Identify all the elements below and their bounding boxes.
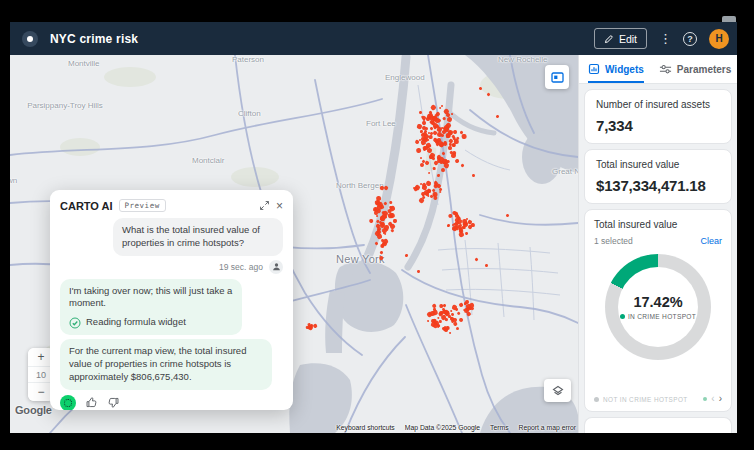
widget-value: 7,334 <box>596 117 720 134</box>
close-icon[interactable]: × <box>276 200 283 212</box>
hotspot-dot <box>453 137 456 140</box>
hotspot-dot <box>428 172 431 175</box>
donut-percent: 17.42% <box>633 294 682 310</box>
tab-parameters[interactable]: Parameters <box>659 55 731 83</box>
edit-button[interactable]: Edit <box>594 28 647 49</box>
map-frame-icon <box>550 71 565 84</box>
message-timestamp: 19 sec. ago <box>219 262 263 272</box>
widgets-icon <box>588 63 600 75</box>
thumbs-down-icon[interactable] <box>107 396 120 409</box>
preview-badge: Preview <box>119 199 166 212</box>
hotspot-dot <box>433 192 438 197</box>
hotspot-dot <box>390 229 394 233</box>
hotspot-dot <box>379 256 384 261</box>
layers-icon <box>551 384 565 398</box>
hotspot-dot <box>384 225 389 230</box>
hotspot-dot <box>415 147 421 153</box>
map-view-button[interactable] <box>545 65 569 89</box>
hotspot-dot <box>393 218 397 222</box>
hotspot-dot <box>384 201 388 205</box>
google-logo: Google <box>15 404 52 416</box>
hotspot-dot <box>375 223 380 228</box>
hotspot-dot <box>495 114 499 118</box>
widget-value: $137,334,471.18 <box>596 177 720 194</box>
ai-message-1: I'm taking over now; this will just take… <box>60 279 242 335</box>
gray-dot-icon <box>594 397 599 402</box>
hotspot-dot <box>436 173 440 177</box>
tab-parameters-label: Parameters <box>677 64 731 75</box>
hotspot-dot <box>419 156 422 159</box>
hotspot-dot <box>450 310 452 312</box>
hotspot-dot <box>433 167 436 170</box>
attribution-link[interactable]: Terms <box>490 424 509 431</box>
map[interactable]: MontvillePatersonEnglewoodNew RochellePa… <box>10 55 578 433</box>
hotspot-dot <box>436 138 440 142</box>
donut-widget: Total insured value 1 selected Clear 17.… <box>584 209 732 412</box>
green-dot-icon <box>620 314 625 319</box>
hotspot-dot <box>457 311 462 316</box>
widgets-sidebar: Widgets Parameters Number of insured ass… <box>578 55 737 433</box>
hotspot-dot <box>427 320 430 323</box>
formula-widget-assets: Number of insured assets 7,334 <box>584 89 732 144</box>
tab-widgets[interactable]: Widgets <box>588 55 644 83</box>
hotspot-dot <box>450 112 452 114</box>
widget-title: Number of insured assets <box>596 99 720 110</box>
help-icon[interactable]: ? <box>683 32 697 46</box>
hotspot-dot <box>441 134 444 137</box>
carto-ai-logo-icon <box>60 395 76 411</box>
user-avatar-icon <box>269 260 283 274</box>
hotspot-dot <box>389 200 393 204</box>
attribution-link[interactable]: Keyboard shortcuts <box>336 424 395 431</box>
hotspot-dot <box>474 257 478 261</box>
screenshot-stage: NYC crime risk Edit ⋮ ? H <box>0 0 754 450</box>
hotspot-dot <box>369 219 374 224</box>
hotspot-dot <box>478 86 482 90</box>
thumbs-up-icon[interactable] <box>85 396 98 409</box>
hotspot-dot <box>455 158 460 163</box>
clear-selection-link[interactable]: Clear <box>700 236 722 246</box>
hotspot-dot <box>484 263 487 266</box>
hotspot-dot <box>443 117 446 120</box>
next-page-arrow[interactable]: › <box>719 394 722 404</box>
legend-label: NOT IN CRIME HOTSPOT <box>603 396 688 403</box>
widget-title: Total insured value <box>594 219 722 230</box>
formula-widget-value: Total insured value $137,334,471.18 <box>584 149 732 204</box>
carto-logo-icon <box>22 31 38 47</box>
hotspot-dot <box>427 194 430 197</box>
check-icon <box>69 317 81 329</box>
hotspot-dot <box>380 244 385 249</box>
prev-page-arrow[interactable]: ‹ <box>711 394 714 404</box>
carto-ai-panel: CARTO AI Preview × What is the total ins… <box>50 190 293 410</box>
hotspot-dot <box>471 173 474 176</box>
hotspot-dot <box>430 104 437 111</box>
hotspot-dot <box>446 223 450 227</box>
donut-chart[interactable]: 17.42% IN CRIME HOTSPOT <box>605 254 711 360</box>
selected-count: 1 selected <box>594 236 633 246</box>
attribution-link[interactable]: Report a map error <box>519 424 576 431</box>
hotspot-dot <box>444 328 449 333</box>
hotspot-dot <box>420 163 425 168</box>
hotspot-dot <box>460 163 464 167</box>
chat-title: CARTO AI <box>60 200 113 212</box>
ai-status-text: Reading formula widget <box>86 316 186 329</box>
ai-message-1-text: I'm taking over now; this will just take… <box>69 285 233 311</box>
layers-button[interactable] <box>544 379 571 402</box>
hotspot-dot <box>441 151 445 155</box>
hotspot-dot <box>432 156 436 160</box>
hotspot-dot <box>467 224 473 230</box>
hotspot-dot <box>438 107 441 110</box>
expand-icon[interactable] <box>259 200 270 211</box>
hotspot-dot <box>419 111 422 114</box>
pencil-icon <box>604 34 614 44</box>
hotspot-dot <box>464 231 468 235</box>
hotspot-dot <box>461 225 465 229</box>
attribution-link[interactable]: Map Data ©2025 Google <box>405 424 480 431</box>
user-message: What is the total insured value of prope… <box>113 218 283 256</box>
kebab-menu-icon[interactable]: ⋮ <box>659 31 671 46</box>
avatar[interactable]: H <box>709 29 729 49</box>
cutoff-widget <box>584 417 732 433</box>
map-attribution: Keyboard shortcutsMap Data ©2025 GoogleT… <box>336 424 576 431</box>
widget-title: Total insured value <box>596 159 720 170</box>
sliders-icon <box>659 63 672 75</box>
app-window: NYC crime risk Edit ⋮ ? H <box>10 22 737 433</box>
